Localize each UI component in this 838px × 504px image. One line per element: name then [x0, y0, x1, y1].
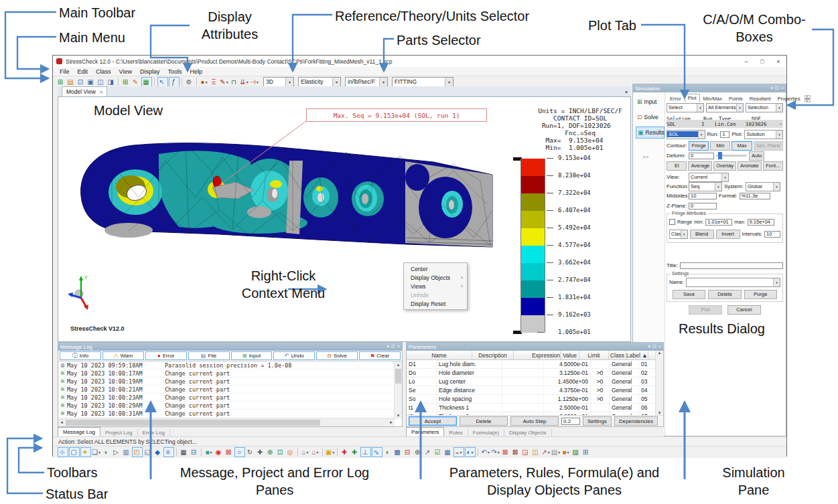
contour-mode-button[interactable]: Min — [710, 141, 730, 151]
auto-step-input[interactable]: 0.2 — [561, 418, 580, 425]
select-points-icon[interactable]: ⊹ — [58, 447, 68, 457]
select-window-icon[interactable]: ◰ — [132, 447, 143, 457]
points-icon[interactable]: ✚ — [340, 448, 350, 456]
measure-icon[interactable]: ↗ — [423, 448, 433, 456]
menu-item[interactable]: Class — [92, 68, 115, 75]
theory-selector[interactable]: Elasticity▾ — [298, 77, 341, 87]
table-row[interactable]: SeEdge distance4.3750e-01>0General04 — [407, 386, 663, 395]
zplane-input[interactable]: 0 — [689, 203, 717, 209]
column-header[interactable]: Limit — [579, 351, 609, 359]
separator[interactable] — [154, 78, 155, 86]
grid-icon[interactable]: ▩ — [393, 448, 403, 456]
invert-button[interactable]: Invert — [716, 230, 740, 239]
simulation-tab[interactable]: Properties — [774, 94, 804, 103]
column-header[interactable]: Label ▲ — [626, 351, 648, 359]
contour-mode-button[interactable]: Fringe — [689, 141, 709, 151]
fringe-min-input[interactable]: 1.01e+01 — [705, 219, 732, 226]
settings-button[interactable]: Delete — [708, 290, 741, 299]
deform-slider[interactable] — [716, 155, 747, 157]
parameters-button[interactable]: Accept — [409, 416, 457, 426]
close-button[interactable]: × — [770, 58, 786, 65]
log-row[interactable]: ⊞ May 10 2023 10:00:31AM Change current … — [58, 410, 395, 418]
plot-option-button[interactable]: Animate — [738, 161, 762, 171]
message-log-titlebar[interactable]: Message Log ▾⊡× — [58, 343, 402, 351]
column-header[interactable]: Description — [472, 351, 514, 359]
run-input[interactable]: 1 — [720, 131, 729, 138]
tab-list-dropdown[interactable]: ▾ — [622, 88, 631, 96]
parameters-titlebar[interactable]: Parameters ▾⊡× — [407, 343, 663, 351]
plot-title-input[interactable] — [680, 262, 783, 269]
spin-icon[interactable]: ↻ — [246, 448, 255, 456]
scroll-up-icon[interactable]: ▲ — [395, 361, 402, 368]
rail-solve[interactable]: ⊡ Solve — [636, 111, 665, 123]
settings-button[interactable]: Purge — [744, 290, 777, 299]
log-rows[interactable]: ▤ May 10 2023 09:59:18AM Parasolid sessi… — [58, 361, 395, 419]
new-window-icon[interactable]: ◫ — [96, 78, 106, 86]
context-menu-item[interactable]: Center — [404, 264, 467, 273]
menu-item[interactable]: View — [115, 68, 136, 75]
rail-input[interactable]: ⊞ Input — [636, 96, 665, 108]
separator[interactable] — [196, 78, 197, 86]
pane-pin-icon[interactable]: ▾ — [771, 86, 774, 91]
context-menu-item[interactable]: Display Reset — [404, 299, 467, 308]
log-row[interactable]: ⊞ May 10 2023 10:00:29AM Change current … — [58, 402, 395, 410]
axes-icon[interactable]: ⊥ — [360, 447, 371, 457]
column-header[interactable]: Value — [561, 351, 579, 359]
table-icon[interactable]: ▦ — [443, 448, 453, 456]
system-combo[interactable]: Global▾ — [746, 182, 780, 191]
log-row[interactable]: ⊞ May 10 2023 10:00:17AM Change current … — [58, 369, 395, 377]
options-gear-icon[interactable]: ⚙ — [185, 78, 194, 86]
redo-icon[interactable]: ↷▾ — [491, 448, 500, 456]
simulation-pane-titlebar[interactable]: Simulation ▾⊡× — [633, 84, 786, 92]
log-filter-button[interactable]: ⊟ Solve — [316, 351, 358, 360]
simulation-tab[interactable]: Error — [667, 94, 685, 103]
parameters-button[interactable]: Settings — [583, 416, 612, 426]
log-filter-button[interactable]: ⓘ Info — [60, 351, 101, 360]
log-filter-button[interactable]: ↶ Undo — [273, 351, 315, 360]
cancel-button[interactable]: Cancel — [727, 305, 761, 315]
column-header[interactable]: Name — [407, 351, 472, 359]
menu-item[interactable]: Help — [186, 68, 206, 75]
snapshot-icon[interactable]: ■▾ — [561, 448, 571, 456]
plot-option-button[interactable]: Overlay — [713, 161, 736, 171]
delete-mesh-icon[interactable]: ⊠ — [511, 448, 520, 456]
auto-button[interactable]: Auto — [749, 151, 764, 161]
reference-selector[interactable]: 3D▾ — [263, 77, 294, 87]
pane-close-icon[interactable]: × — [658, 344, 661, 349]
mesh-view-icon[interactable]: ▦ — [180, 448, 189, 456]
material-sphere-icon[interactable]: ●▾ — [200, 78, 209, 86]
select-solids-icon[interactable]: ❏▾ — [92, 448, 101, 456]
log-filter-button[interactable]: ⚠ Warn — [102, 351, 144, 360]
intervals-input[interactable]: 10 — [764, 231, 780, 238]
chevron-down-icon[interactable]: ▾ — [780, 122, 783, 126]
parameters-button[interactable]: Dependencies — [614, 416, 658, 426]
pane-pin-icon[interactable]: ▾ — [648, 344, 651, 349]
log-horizontal-scrollbar[interactable]: ◄ ► — [58, 418, 395, 426]
log-pane-tab[interactable]: Message Log — [58, 427, 100, 436]
restore-button[interactable]: □ — [754, 58, 770, 65]
tab-model-view[interactable]: Model View × — [62, 86, 107, 96]
hide-icon[interactable]: ◉ — [214, 448, 224, 456]
movie-icon[interactable]: ▨ — [571, 448, 581, 456]
curve-icon[interactable]: ∿ — [372, 447, 382, 457]
column-header[interactable]: Expression — [514, 351, 561, 359]
rail-results[interactable]: ▣ Results — [636, 127, 665, 139]
menu-item[interactable]: Edit — [74, 68, 92, 75]
contour-mode-button[interactable]: Sec. Plane — [754, 141, 783, 151]
select-chain-icon[interactable]: ◆ — [153, 448, 163, 456]
scrollbar-thumb[interactable] — [395, 369, 401, 384]
format-input[interactable]: %11.3e — [740, 193, 770, 199]
center-icon[interactable]: ⊕ — [413, 448, 423, 456]
select-region-icon[interactable]: ▢ — [69, 447, 80, 457]
simulation-tab[interactable]: Points — [725, 94, 746, 103]
tab-close-icon[interactable]: × — [100, 89, 103, 95]
slider-handle[interactable] — [718, 152, 722, 159]
apply-combo[interactable]: All Elements▾ — [706, 103, 744, 112]
midsides-input[interactable]: 10 — [689, 193, 717, 199]
constraints-icon[interactable]: ⊓ — [230, 78, 239, 86]
selection-combo[interactable]: Selection▾ — [746, 103, 783, 112]
print-icon[interactable]: ▤▾ — [551, 448, 561, 456]
scroll-down-icon[interactable]: ▼ — [395, 412, 402, 419]
zoom-window-icon[interactable]: ⊡ — [276, 448, 285, 456]
log-row[interactable]: ⊞ May 10 2023 10:00:23AM Change current … — [58, 394, 395, 402]
